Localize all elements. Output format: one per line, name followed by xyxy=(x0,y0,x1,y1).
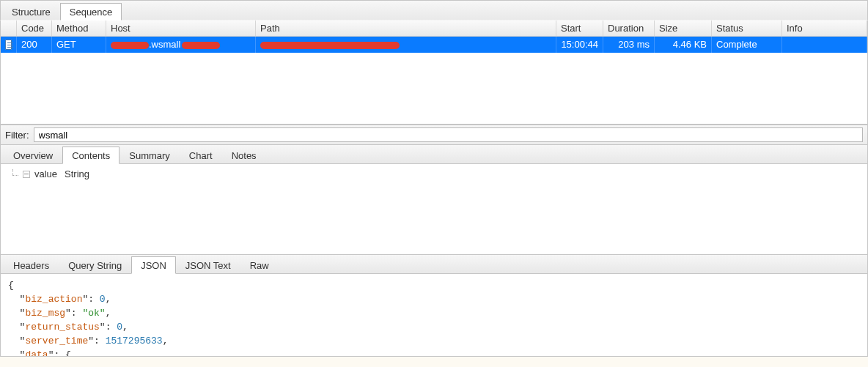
json-number-value: 0 xyxy=(100,294,106,305)
tab-chart[interactable]: Chart xyxy=(180,147,222,163)
json-number-value: 1517295633 xyxy=(106,336,163,346)
redacted-text xyxy=(260,42,400,49)
json-viewer[interactable]: { "biz_action": 0, "biz_msg": "ok", "ret… xyxy=(0,274,868,357)
json-number-value: 0 xyxy=(117,322,122,333)
body-tabs: Headers Query String JSON JSON Text Raw xyxy=(0,255,868,274)
content-tabs: Overview Contents Summary Chart Notes xyxy=(0,145,868,164)
view-tabs: Structure Sequence xyxy=(0,0,868,21)
filter-bar: Filter: xyxy=(0,125,868,145)
tree-branch-icon xyxy=(8,169,18,179)
json-key: server_time xyxy=(25,336,88,346)
filter-label: Filter: xyxy=(5,130,29,141)
col-start[interactable]: Start xyxy=(556,21,603,36)
col-method[interactable]: Method xyxy=(52,21,106,36)
host-fragment: .wsmall xyxy=(149,39,180,50)
cell-info xyxy=(782,37,867,53)
tab-raw[interactable]: Raw xyxy=(240,256,279,273)
tab-contents[interactable]: Contents xyxy=(62,147,119,164)
col-icon[interactable] xyxy=(1,21,17,36)
grid-header-row: Code Method Host Path Start Duration Siz… xyxy=(1,21,867,37)
col-info[interactable]: Info xyxy=(782,21,867,36)
tab-headers[interactable]: Headers xyxy=(4,256,59,273)
redacted-text xyxy=(182,42,220,49)
cell-start: 15:00:44 xyxy=(556,37,603,53)
tab-overview[interactable]: Overview xyxy=(4,147,62,163)
tree-node-type: String xyxy=(65,168,89,179)
file-icon xyxy=(5,40,12,50)
cell-host: .wsmall xyxy=(106,37,256,53)
col-host[interactable]: Host xyxy=(106,21,256,36)
tab-structure[interactable]: Structure xyxy=(2,3,60,20)
table-row[interactable]: 200 GET .wsmall 15:00:44 203 ms 4.46 KB … xyxy=(1,37,867,53)
col-path[interactable]: Path xyxy=(256,21,556,36)
tab-summary[interactable]: Summary xyxy=(119,147,180,163)
tree-leaf-icon xyxy=(23,171,30,178)
cell-size: 4.46 KB xyxy=(655,37,712,53)
json-key: biz_action xyxy=(25,294,82,305)
col-status[interactable]: Status xyxy=(712,21,782,36)
json-string-value: "ok" xyxy=(82,308,105,319)
tab-query-string[interactable]: Query String xyxy=(59,256,131,273)
request-grid: Code Method Host Path Start Duration Siz… xyxy=(0,21,868,125)
tree-node-label: value xyxy=(34,168,57,179)
col-code[interactable]: Code xyxy=(17,21,52,36)
cell-duration: 203 ms xyxy=(603,37,655,53)
tree-node[interactable]: value String xyxy=(8,168,860,179)
tab-notes[interactable]: Notes xyxy=(222,147,266,163)
cell-method: GET xyxy=(52,37,106,53)
redacted-text xyxy=(111,42,149,49)
filter-input[interactable] xyxy=(34,127,864,142)
tab-json[interactable]: JSON xyxy=(131,256,176,274)
json-key: data xyxy=(25,349,48,357)
tab-json-text[interactable]: JSON Text xyxy=(176,256,240,273)
row-file-icon xyxy=(1,37,17,53)
col-duration[interactable]: Duration xyxy=(603,21,655,36)
json-key: return_status xyxy=(25,322,99,333)
tab-sequence[interactable]: Sequence xyxy=(60,3,122,21)
cell-status: Complete xyxy=(712,37,782,53)
cell-path xyxy=(256,37,556,53)
structure-tree: value String xyxy=(0,164,868,255)
cell-code: 200 xyxy=(17,37,52,53)
json-key: biz_msg xyxy=(25,308,65,319)
col-size[interactable]: Size xyxy=(655,21,712,36)
